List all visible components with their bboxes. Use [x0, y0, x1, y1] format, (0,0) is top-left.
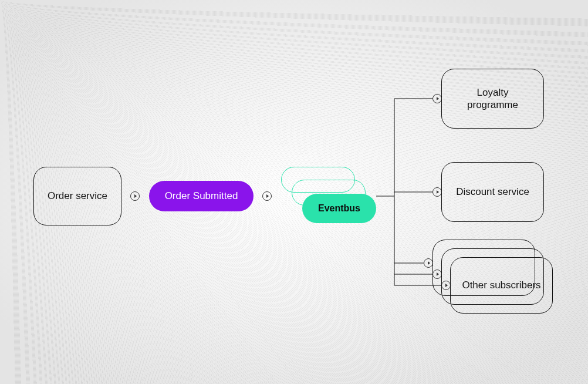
- flow-arrow-icon: [432, 187, 442, 197]
- flow-arrow-icon: [424, 258, 433, 268]
- flow-arrow-icon: [262, 191, 272, 201]
- diagram-canvas: Order service Order Submitted Eventbus L…: [0, 0, 588, 384]
- flow-arrow-icon: [432, 94, 442, 103]
- node-other-subscribers: Other subscribers: [450, 257, 553, 314]
- node-order-submitted: Order Submitted: [149, 181, 254, 211]
- node-label: Other subscribers: [462, 279, 540, 291]
- node-label: Loyalty programme: [454, 86, 532, 112]
- flow-arrow-icon: [130, 191, 140, 201]
- node-label: Order Submitted: [165, 190, 238, 202]
- node-order-service: Order service: [33, 167, 121, 225]
- node-loyalty-programme: Loyalty programme: [441, 69, 544, 129]
- node-eventbus: Eventbus: [302, 194, 376, 223]
- node-label: Eventbus: [318, 203, 360, 214]
- node-discount-service: Discount service: [441, 162, 544, 222]
- node-label: Discount service: [456, 186, 529, 198]
- node-label: Order service: [48, 190, 107, 202]
